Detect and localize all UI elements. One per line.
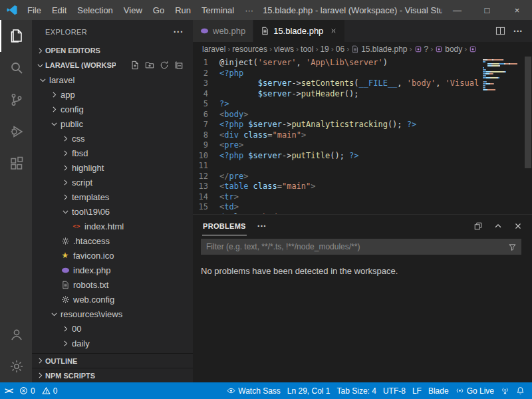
breadcrumb-views[interactable]: views	[274, 45, 294, 54]
status-language-mode[interactable]: Blade	[425, 382, 452, 399]
eye-icon	[227, 386, 235, 395]
tree-item-script[interactable]: script	[32, 175, 193, 190]
refresh-explorer-icon[interactable]	[158, 59, 170, 71]
close-button[interactable]: ×	[502, 0, 532, 20]
tree-item-public[interactable]: public	[32, 116, 193, 131]
activity-extensions[interactable]	[0, 148, 32, 180]
bell-icon	[516, 386, 525, 395]
breadcrumb-15-blade-php[interactable]: 15.blade.php	[351, 45, 407, 54]
restore-panel-icon[interactable]	[473, 221, 483, 231]
tree-item-robots-txt[interactable]: robots.txt	[32, 277, 193, 292]
activity-accounts[interactable]	[0, 319, 32, 350]
code-text: <?php $server->putTitle(); ?>	[219, 151, 359, 162]
tree-item-highlight[interactable]: highlight	[32, 160, 193, 175]
tree-item-config[interactable]: config	[32, 102, 193, 116]
line-number: 1	[193, 58, 219, 68]
activity-manage[interactable]	[0, 350, 32, 382]
close-tab-icon[interactable]	[330, 27, 337, 35]
status-encoding[interactable]: UTF-8	[380, 382, 409, 399]
menu-overflow-button[interactable]: ···	[239, 5, 259, 15]
section-open-editors[interactable]: OPEN EDITORS	[32, 43, 193, 58]
tab-15-blade-php[interactable]: 15.blade.php	[253, 20, 345, 42]
split-editor-icon[interactable]	[495, 26, 505, 36]
status-errors[interactable]: 0	[16, 382, 39, 399]
menu-run[interactable]: Run	[170, 5, 196, 15]
tree-item-templates[interactable]: templates	[32, 190, 193, 204]
activity-explorer[interactable]	[0, 20, 32, 52]
collapse-folders-icon[interactable]	[173, 59, 185, 71]
editor-scrollbar[interactable]	[524, 57, 532, 214]
status-cursor-position[interactable]: Ln 29, Col 1	[284, 382, 334, 399]
tree-item-css[interactable]: css	[32, 131, 193, 146]
status-warnings[interactable]: 0	[39, 382, 61, 399]
activity-source-control[interactable]	[0, 84, 32, 116]
menu-file[interactable]: File	[22, 5, 47, 15]
menu-terminal[interactable]: Terminal	[196, 5, 239, 15]
filter-icon[interactable]	[503, 243, 521, 251]
panel-header: PROBLEMS ···	[193, 215, 532, 237]
tree-item-web-config[interactable]: web.config	[32, 292, 193, 307]
status-label: LF	[412, 386, 422, 396]
minimap-line	[483, 89, 523, 90]
maximize-panel-icon[interactable]	[493, 221, 503, 231]
tree-item-htaccess[interactable]: .htaccess	[32, 233, 193, 248]
breadcrumb-body[interactable]: body	[435, 45, 462, 54]
breadcrumb-item[interactable]: ?	[414, 45, 429, 54]
menu-go[interactable]: Go	[148, 5, 170, 15]
menu-edit[interactable]: Edit	[47, 5, 72, 15]
tree-label: index.php	[73, 265, 110, 275]
tree-item-daily[interactable]: daily	[32, 336, 193, 350]
problems-filter-input[interactable]	[201, 242, 503, 251]
tree-label: index.html	[84, 221, 124, 231]
new-folder-icon[interactable]	[144, 59, 156, 71]
maximize-button[interactable]: □	[472, 0, 502, 20]
activity-search[interactable]	[0, 52, 32, 84]
status-notifications[interactable]	[513, 382, 528, 399]
breadcrumb-resources[interactable]: resources	[232, 45, 267, 54]
menu-view[interactable]: View	[118, 5, 148, 15]
menu-selection[interactable]: Selection	[72, 5, 118, 15]
tree-label: highlight	[72, 163, 104, 173]
breadcrumb-06[interactable]: 06	[336, 45, 344, 54]
breadcrumb-19[interactable]: 19	[320, 45, 329, 54]
tab-problems[interactable]: PROBLEMS	[202, 217, 247, 235]
chevron-right-icon	[49, 89, 59, 100]
minimize-button[interactable]: —	[442, 0, 472, 20]
status-indentation[interactable]: Tab Size: 4	[334, 382, 380, 399]
status-remote[interactable]: ><	[1, 382, 16, 399]
section-outline[interactable]: OUTLINE	[32, 353, 193, 368]
section-workspace[interactable]: LARAVEL (WORKSPACE)	[32, 58, 193, 72]
status-watch-sass[interactable]: Watch Sass	[223, 382, 284, 399]
code-editor[interactable]: 1@inject('server', 'App\Lib\server')2<?p…	[193, 57, 532, 214]
status-go-live[interactable]: Go Live	[452, 382, 497, 399]
panel-more-actions-button[interactable]: ···	[257, 221, 267, 231]
breadcrumb-symbol[interactable]	[469, 45, 477, 53]
activity-run-and-debug[interactable]	[0, 116, 32, 148]
tree-item-00[interactable]: 00	[32, 321, 193, 336]
section-label: NPM SCRIPTS	[45, 372, 95, 380]
code-line: 2<?php	[193, 68, 481, 79]
breadcrumb-tool[interactable]: tool	[301, 45, 313, 54]
editor-more-actions-button[interactable]: ···	[513, 26, 523, 37]
minimap[interactable]	[483, 59, 523, 91]
status-live-reload[interactable]	[497, 382, 513, 399]
tree-item-fbsd[interactable]: fbsd	[32, 146, 193, 160]
tree-item-index-html[interactable]: <>index.html	[32, 219, 193, 233]
breadcrumb-separator: ›	[329, 45, 336, 54]
scrollbar-thumb[interactable]	[525, 57, 531, 168]
tree-item-laravel[interactable]: laravel	[32, 72, 193, 87]
tree-item-resources-views[interactable]: resources\views	[32, 307, 193, 321]
new-file-icon[interactable]	[129, 59, 141, 71]
tree-item-app[interactable]: app	[32, 87, 193, 102]
tab-web-php[interactable]: web.php	[193, 20, 253, 42]
close-panel-icon[interactable]	[513, 221, 523, 231]
section-npm-scripts[interactable]: NPM SCRIPTS	[32, 368, 193, 382]
tree-label: app	[61, 90, 75, 100]
breadcrumb-laravel[interactable]: laravel	[202, 45, 225, 54]
explorer-more-actions-button[interactable]: ···	[174, 27, 184, 37]
tree-item-tool-19-06[interactable]: tool\19\06	[32, 204, 193, 219]
status-label: Go Live	[467, 386, 494, 396]
status-eol[interactable]: LF	[409, 382, 425, 399]
tree-item-index-php[interactable]: index.php	[32, 263, 193, 277]
tree-item-favicon-ico[interactable]: ★favicon.ico	[32, 248, 193, 263]
